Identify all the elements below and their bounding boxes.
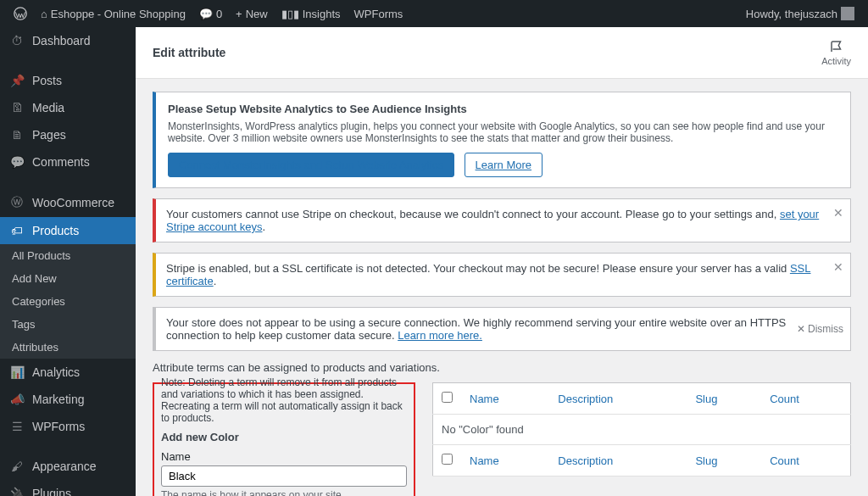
menu-woocommerce[interactable]: ⓦWooCommerce bbox=[0, 188, 136, 217]
chart-icon: 📊 bbox=[8, 365, 25, 379]
select-all-checkbox[interactable] bbox=[442, 392, 453, 403]
new-content[interactable]: +New bbox=[229, 0, 275, 27]
home-icon: ⌂ bbox=[41, 8, 47, 20]
menu-plugins[interactable]: 🔌Plugins bbox=[0, 480, 136, 496]
https-learnmore-link[interactable]: Learn more here. bbox=[398, 329, 482, 342]
col-name-foot[interactable]: Name bbox=[470, 454, 499, 467]
menu-products[interactable]: 🏷Products bbox=[0, 217, 136, 244]
menu-posts[interactable]: 📌Posts bbox=[0, 67, 136, 94]
menu-separator bbox=[0, 444, 136, 449]
submenu-tags[interactable]: Tags bbox=[0, 313, 136, 336]
comment-icon: 💬 bbox=[199, 8, 213, 20]
col-description[interactable]: Description bbox=[558, 393, 613, 405]
menu-media[interactable]: 🖻Media bbox=[0, 94, 136, 121]
megaphone-icon: 📣 bbox=[8, 393, 25, 406]
menu-appearance[interactable]: 🖌Appearance bbox=[0, 453, 136, 480]
add-term-form-highlight: Note: Deleting a term will remove it fro… bbox=[153, 382, 415, 496]
plug-icon: 🔌 bbox=[8, 487, 25, 496]
attribute-note: Note: Deleting a term will remove it fro… bbox=[161, 376, 407, 424]
wp-logo[interactable] bbox=[7, 0, 34, 27]
name-help: The name is how it appears on your site. bbox=[161, 489, 407, 496]
menu-separator bbox=[0, 180, 136, 184]
woo-icon: ⓦ bbox=[8, 195, 25, 210]
comments-bubble[interactable]: 💬0 bbox=[192, 0, 229, 27]
comment-icon: 💬 bbox=[8, 155, 25, 169]
col-description-foot[interactable]: Description bbox=[558, 454, 613, 467]
select-all-checkbox-foot[interactable] bbox=[442, 454, 453, 465]
submenu-all-products[interactable]: All Products bbox=[0, 244, 136, 267]
mi-learnmore-button[interactable]: Learn More bbox=[465, 153, 542, 177]
menu-analytics[interactable]: 📊Analytics bbox=[0, 359, 136, 386]
menu-marketing[interactable]: 📣Marketing bbox=[0, 386, 136, 413]
menu-separator bbox=[0, 59, 136, 63]
my-account[interactable]: Howdy, thejuszach bbox=[739, 0, 861, 27]
notice-ssl: Stripe is enabled, but a SSL certificate… bbox=[153, 253, 851, 297]
page-icon: 🗎 bbox=[8, 128, 25, 142]
col-count-foot[interactable]: Count bbox=[770, 454, 799, 467]
terms-table: Name Description Slug Count No "Color" f… bbox=[432, 382, 851, 476]
col-count[interactable]: Count bbox=[770, 393, 799, 405]
mi-connect-button[interactable]: Connect MonsterInsights and Setup Websit… bbox=[168, 153, 454, 177]
form-icon: ☰ bbox=[8, 420, 25, 433]
col-slug-foot[interactable]: Slug bbox=[695, 454, 717, 467]
name-input[interactable] bbox=[161, 465, 407, 487]
menu-comments[interactable]: 💬Comments bbox=[0, 148, 136, 176]
menu-pages[interactable]: 🗎Pages bbox=[0, 121, 136, 148]
flag-icon bbox=[829, 39, 844, 54]
menu-wpforms[interactable]: ☰WPForms bbox=[0, 413, 136, 440]
page-title: Edit attribute bbox=[153, 46, 225, 59]
notice-stripe-keys: Your customers cannot use Stripe on chec… bbox=[153, 198, 851, 242]
activity-toggle[interactable]: Activity bbox=[821, 39, 851, 66]
site-name[interactable]: ⌂Eshoppe - Online Shopping bbox=[34, 0, 192, 27]
submenu-categories[interactable]: Categories bbox=[0, 290, 136, 313]
attribute-intro: Attribute terms can be assigned to produ… bbox=[153, 361, 851, 374]
adminbar-insights[interactable]: ▮▯▮Insights bbox=[275, 0, 348, 27]
form-title: Add new Color bbox=[161, 431, 407, 443]
notice-monsterinsights: Please Setup Website Analytics to See Au… bbox=[153, 92, 851, 188]
mi-title: Please Setup Website Analytics to See Au… bbox=[168, 103, 838, 115]
stripe-error-text: Your customers cannot use Stripe on chec… bbox=[166, 208, 780, 220]
dismiss-button[interactable]: ✕ Dismiss bbox=[797, 323, 843, 335]
name-label: Name bbox=[161, 450, 407, 463]
pin-icon: 📌 bbox=[8, 74, 25, 87]
adminbar-wpforms[interactable]: WPForms bbox=[348, 0, 410, 27]
dismiss-icon[interactable]: ✕ bbox=[833, 206, 843, 220]
ssl-warning-text: Stripe is enabled, but a SSL certificate… bbox=[166, 262, 790, 275]
table-row-empty: No "Color" found bbox=[433, 415, 851, 445]
plus-icon: + bbox=[236, 8, 242, 20]
bar-chart-icon: ▮▯▮ bbox=[281, 8, 299, 20]
dismiss-icon[interactable]: ✕ bbox=[833, 260, 843, 274]
col-name[interactable]: Name bbox=[470, 393, 499, 405]
brush-icon: 🖌 bbox=[8, 460, 25, 473]
col-slug[interactable]: Slug bbox=[695, 393, 717, 405]
gauge-icon: ⏱ bbox=[8, 34, 25, 47]
tag-icon: 🏷 bbox=[8, 224, 25, 237]
submenu-attributes[interactable]: Attributes bbox=[0, 336, 136, 359]
media-icon: 🖻 bbox=[8, 101, 25, 114]
mi-body: MonsterInsights, WordPress analytics plu… bbox=[168, 120, 838, 144]
avatar bbox=[841, 7, 854, 20]
submenu-add-new[interactable]: Add New bbox=[0, 267, 136, 290]
notice-https: Your store does not appear to be using a… bbox=[153, 307, 851, 351]
menu-dashboard[interactable]: ⏱Dashboard bbox=[0, 27, 136, 54]
